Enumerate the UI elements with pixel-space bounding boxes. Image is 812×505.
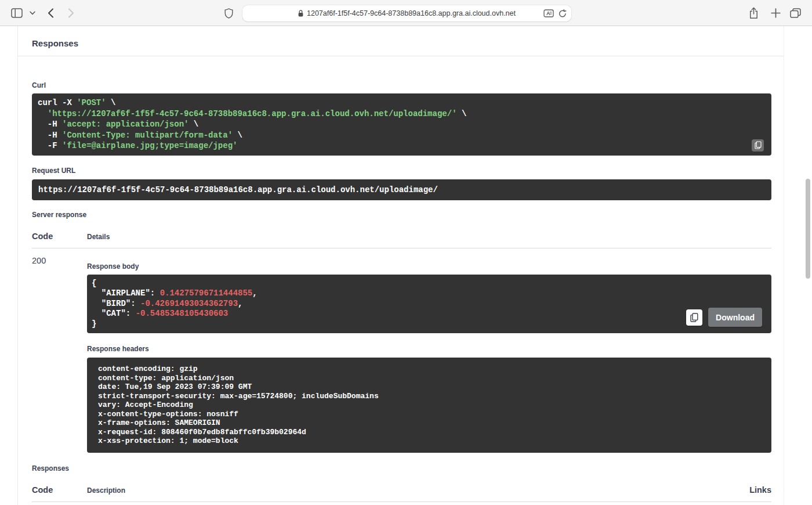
request-url-label: Request URL [32, 167, 771, 175]
divider [32, 248, 771, 248]
swagger-page: Responses Curl curl -X 'POST' \ 'https:/… [0, 26, 812, 505]
lock-icon [298, 10, 303, 17]
request-url-value: https://1207af6f-1f5f-4c57-9c64-8738b89a… [38, 185, 765, 194]
new-tab-icon[interactable] [771, 8, 781, 18]
copy-icon[interactable] [686, 309, 702, 326]
shield-icon[interactable] [224, 8, 233, 19]
response-headers-label: Response headers [87, 345, 771, 353]
links-column-header: Links [749, 485, 771, 495]
curl-label: Curl [32, 81, 46, 89]
chevron-down-icon[interactable] [30, 11, 35, 15]
response-body-block: { "AIRPLANE": 0.14275796711444855, "BIRD… [87, 275, 771, 334]
translate-icon[interactable]: A [543, 9, 554, 17]
status-code: 200 [32, 255, 87, 265]
tabs-overview-icon[interactable] [790, 8, 801, 18]
details-column-header: Details [87, 233, 771, 241]
back-icon[interactable] [48, 8, 54, 18]
code-column-header: Code [32, 232, 87, 241]
responses-table-header: Code Description Links [32, 485, 771, 495]
forward-icon[interactable] [68, 8, 74, 18]
responses-section-label: Responses [32, 464, 771, 472]
scrollbar-thumb[interactable] [806, 179, 810, 279]
server-response-table-header: Code Details [32, 232, 771, 241]
browser-toolbar: 1207af6f-1f5f-4c57-9c64-8738b89a16c8.app… [0, 0, 812, 26]
description-column-header: Description [87, 486, 749, 495]
response-headers-block: content-encoding: gzipcontent-type: appl… [87, 358, 771, 453]
copy-icon[interactable] [752, 139, 764, 152]
responses-heading: Responses [18, 26, 784, 56]
operation-container: Responses Curl curl -X 'POST' \ 'https:/… [17, 26, 784, 505]
response-body-label: Response body [87, 262, 771, 270]
server-response-row: 200 Response body { "AIRPLANE": 0.142757… [32, 255, 771, 453]
address-bar-url: 1207af6f-1f5f-4c57-9c64-8738b89a16c8.app… [307, 9, 516, 17]
code-column-header: Code [32, 485, 87, 495]
request-url-block: https://1207af6f-1f5f-4c57-9c64-8738b89a… [32, 179, 771, 200]
share-icon[interactable] [749, 7, 759, 19]
sidebar-icon[interactable] [11, 8, 23, 18]
download-button[interactable]: Download [708, 308, 762, 327]
reload-icon[interactable] [559, 9, 567, 18]
server-response-label: Server response [32, 211, 771, 219]
address-bar[interactable]: 1207af6f-1f5f-4c57-9c64-8738b89a16c8.app… [242, 5, 571, 21]
svg-text:A: A [546, 10, 550, 16]
divider [32, 502, 771, 502]
curl-code-block: curl -X 'POST' \ 'https://1207af6f-1f5f-… [32, 93, 771, 156]
